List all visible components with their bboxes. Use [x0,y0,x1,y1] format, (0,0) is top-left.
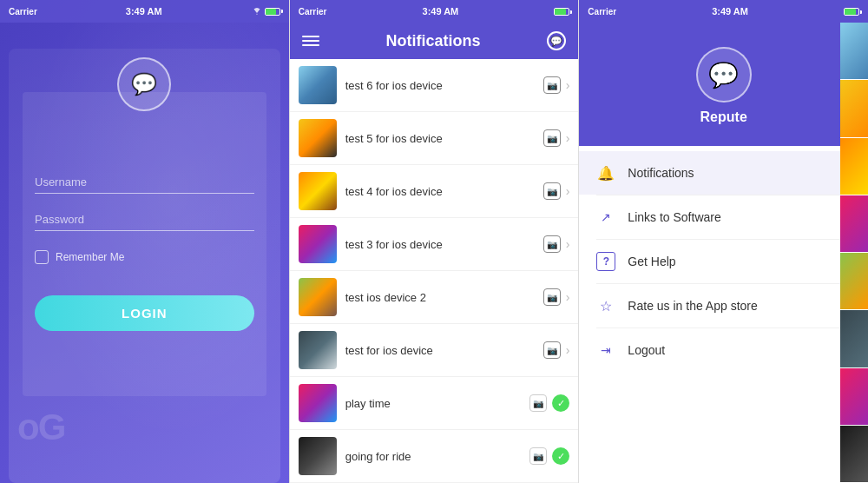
notification-item[interactable]: test for ios device 📷 › [290,324,579,377]
notification-actions: 📷 › [543,341,570,359]
login-form: Remember Me LOGIN [35,170,254,331]
carrier-label: Carrier [588,7,616,17]
battery-icon [265,8,280,16]
notification-item[interactable]: test 6 for ios device 📷 › [290,59,579,112]
menu-item-help[interactable]: ? Get Help [579,240,868,283]
camera-icon[interactable]: 📷 [543,288,561,306]
battery-area [554,6,569,17]
star-icon: ☆ [596,296,615,315]
menu-item-label: Rate us in the App store [628,299,851,313]
wifi-icon [251,8,263,15]
login-content: 💬 Remember Me LOGIN [0,23,289,483]
remember-me-row: Remember Me [35,250,254,264]
battery-icon [844,8,859,16]
menu-app-logo: 💬 [696,47,752,103]
chevron-right-icon: › [566,184,570,198]
menu-logo-icon: 💬 [708,61,739,89]
notification-actions: 📷 › [543,288,570,306]
notification-actions: 📷 › [543,182,570,200]
notification-item[interactable]: play time 📷 ✓ [290,377,579,430]
notification-thumbnail [299,384,337,422]
logo-chat-icon: 💬 [131,72,157,96]
notification-item[interactable]: test 3 for ios device 📷 › [290,218,579,271]
notifications-header: Notifications 💬 [290,23,579,59]
notification-item[interactable]: going for ride 📷 ✓ [290,430,579,483]
right-thumbnail-strip [840,23,868,483]
notification-title: test ios device 2 [345,291,535,304]
notifications-title: Notifications [319,32,548,50]
status-bar-login: Carrier 3:49 AM [0,0,289,23]
notification-actions: 📷 ✓ [529,447,569,465]
strip-thumbnail [840,426,868,483]
menu-item-notifications[interactable]: 🔔 Notifications [579,151,868,195]
notification-item[interactable]: test 5 for ios device 📷 › [290,112,579,165]
camera-icon[interactable]: 📷 [543,76,561,94]
help-icon: ? [596,252,615,271]
notification-actions: 📷 › [543,76,570,94]
menu-item-label: Links to Software [628,210,833,224]
chevron-right-icon: › [566,237,570,251]
time-label: 3:49 AM [423,6,459,17]
notification-actions: 📷 ✓ [529,394,569,412]
hamburger-button[interactable] [302,36,319,46]
camera-icon[interactable]: 📷 [543,129,561,147]
bell-icon: 🔔 [596,163,615,182]
menu-items-list: 🔔 Notifications ↗ Links to Software ▾ ? … [579,146,868,483]
chevron-right-icon: › [566,131,570,145]
notifications-list: test 6 for ios device 📷 › test 5 for ios… [290,59,579,483]
remember-label: Remember Me [56,251,124,263]
login-panel: Carrier 3:49 AM 💬 Remember Me LOGIN oG [0,0,289,483]
password-field[interactable] [35,208,254,231]
menu-item-links[interactable]: ↗ Links to Software ▾ [579,195,868,239]
status-bar-menu: Carrier 3:49 AM [579,0,868,23]
notification-thumbnail [299,331,337,369]
menu-item-label: Logout [628,343,851,357]
status-bar-notif: Carrier 3:49 AM [290,0,579,23]
notification-actions: 📷 › [543,129,570,147]
battery-icon [554,8,569,16]
notification-item[interactable]: test ios device 2 📷 › [290,271,579,324]
notification-title: test 3 for ios device [345,238,535,251]
menu-item-logout[interactable]: ⇥ Logout [579,328,868,372]
notification-title: test 5 for ios device [345,132,535,145]
password-input[interactable] [35,213,254,226]
menu-item-label: Notifications [628,166,851,180]
notification-title: test 4 for ios device [345,185,535,198]
external-link-icon: ↗ [596,208,615,227]
username-field[interactable] [35,170,254,194]
camera-icon[interactable]: 📷 [543,341,561,359]
time-label: 3:49 AM [126,6,162,17]
check-icon: ✓ [552,447,569,465]
notification-thumbnail [299,66,337,104]
login-button[interactable]: LOGIN [35,295,254,331]
notification-title: test 6 for ios device [345,79,535,92]
carrier-label: Carrier [9,7,37,17]
notification-actions: 📷 › [543,235,570,253]
battery-indicator [251,8,280,16]
camera-icon[interactable]: 📷 [543,182,561,200]
strip-thumbnail [840,23,868,80]
strip-thumbnail [840,195,868,253]
app-name: Repute [700,109,747,125]
camera-icon[interactable]: 📷 [543,235,561,253]
notification-title: play time [345,397,522,410]
notification-thumbnail [299,172,337,210]
notification-item[interactable]: test 4 for ios device 📷 › [290,165,579,218]
username-input[interactable] [35,175,254,189]
notification-title: test for ios device [345,344,535,357]
strip-thumbnail [840,368,868,426]
check-icon: ✓ [552,394,569,412]
strip-thumbnail [840,310,868,367]
battery-area [844,6,859,17]
carrier-label: Carrier [299,7,327,17]
chat-compose-icon[interactable]: 💬 [547,31,566,50]
remember-checkbox[interactable] [35,250,49,264]
app-logo: 💬 [117,57,171,111]
camera-icon[interactable]: 📷 [529,394,547,412]
camera-icon[interactable]: 📷 [529,447,547,465]
notification-thumbnail [299,225,337,263]
notifications-panel: Carrier 3:49 AM Notifications 💬 test 6 f… [289,0,580,483]
menu-header: 💬 Repute [579,23,868,146]
logout-icon: ⇥ [596,341,615,360]
menu-item-rate[interactable]: ☆ Rate us in the App store [579,284,868,328]
